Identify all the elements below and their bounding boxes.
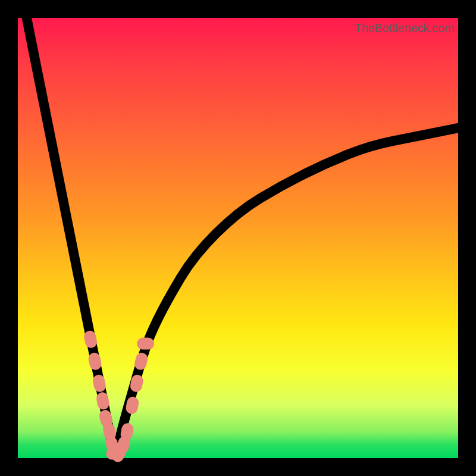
marker-point	[86, 332, 96, 346]
curve-left-branch	[27, 18, 115, 458]
marker-point	[122, 425, 132, 439]
marker-point	[132, 376, 142, 390]
plot-area: TheBottleneck.com	[18, 18, 458, 458]
chart-frame: TheBottleneck.com	[0, 0, 476, 476]
marker-point	[136, 354, 146, 368]
marker-point	[139, 340, 152, 347]
curve-right-branch	[115, 128, 458, 458]
marker-point	[95, 376, 105, 390]
curve-layer	[18, 18, 458, 458]
marker-point	[127, 398, 137, 412]
marker-point	[90, 354, 100, 368]
marker-point	[98, 394, 108, 408]
